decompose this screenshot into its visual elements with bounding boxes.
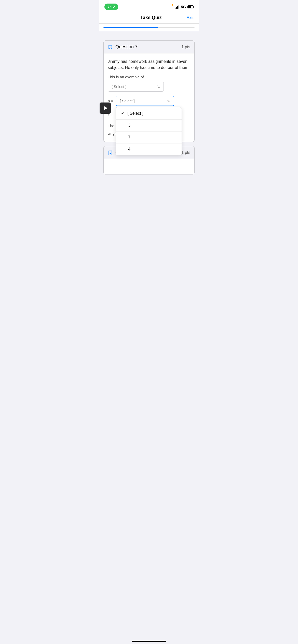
- progress-bar-container: [103, 27, 195, 28]
- notification-dot: [172, 4, 173, 6]
- time-display: 7:12: [104, 4, 118, 10]
- bookmark-icon: [108, 45, 113, 50]
- select-1-wrapper: [ Select ] ⇅: [108, 82, 164, 92]
- question-7-header: Question 7 1 pts: [104, 41, 194, 53]
- select-1-text: [ Select ]: [112, 84, 126, 89]
- question-7-text: Jimmy has homework assignments in seven …: [108, 58, 190, 71]
- select-2-text: [ Select ]: [120, 99, 134, 103]
- status-icons: 5G: [172, 5, 194, 9]
- select-2-container: [ Select ] ⇅ ✓ [ Select ] 3: [116, 96, 174, 106]
- status-bar: 7:12 5G: [99, 0, 199, 12]
- dropdown-item-4[interactable]: 4: [116, 143, 182, 155]
- select-2-chevron: ⇅: [167, 99, 170, 103]
- dropdown-option-1: 3: [128, 123, 130, 128]
- dropdown-menu: ✓ [ Select ] 3 7 4: [116, 107, 182, 155]
- play-button[interactable]: [100, 103, 111, 114]
- battery-indicator: [187, 5, 194, 8]
- select-2[interactable]: [ Select ] ⇅: [116, 96, 174, 106]
- dropdown-item-select[interactable]: ✓ [ Select ]: [116, 107, 182, 120]
- question-8-body: [104, 159, 194, 174]
- dropdown-option-3: 4: [128, 147, 130, 152]
- exit-button[interactable]: Exit: [186, 15, 194, 20]
- progress-area: [99, 24, 199, 31]
- bookmark-icon-8: [108, 150, 113, 155]
- n-row: n = [ Select ] ⇅ ✓ [ Select ]: [108, 96, 190, 106]
- checkmark-icon: ✓: [121, 111, 124, 116]
- question-7-number: Question 7: [115, 44, 138, 50]
- network-label: 5G: [181, 5, 186, 9]
- signal-bars: [175, 5, 179, 9]
- select-1[interactable]: [ Select ] ⇅: [108, 82, 164, 92]
- question-7-card: Question 7 1 pts Jimmy has homework assi…: [103, 40, 195, 142]
- play-icon: [104, 106, 107, 110]
- progress-bar-fill: [103, 27, 158, 28]
- nav-header: Take Quiz Exit: [99, 12, 199, 24]
- question-7-pts: 1 pts: [181, 45, 190, 49]
- page-title: Take Quiz: [140, 15, 162, 20]
- dropdown-item-7[interactable]: 7: [116, 131, 182, 143]
- dropdown-option-0: [ Select ]: [127, 111, 143, 116]
- select-1-chevron: ⇅: [157, 85, 160, 89]
- question-7-body: Jimmy has homework assignments in seven …: [104, 53, 194, 142]
- fill-label: This is an example of: [108, 75, 190, 79]
- dropdown-item-3[interactable]: 3: [116, 120, 182, 131]
- dropdown-option-2: 7: [128, 135, 130, 140]
- question-7-header-left: Question 7: [108, 44, 138, 50]
- main-content: Question 7 1 pts Jimmy has homework assi…: [99, 36, 199, 183]
- question-8-pts: 1 pts: [181, 150, 190, 155]
